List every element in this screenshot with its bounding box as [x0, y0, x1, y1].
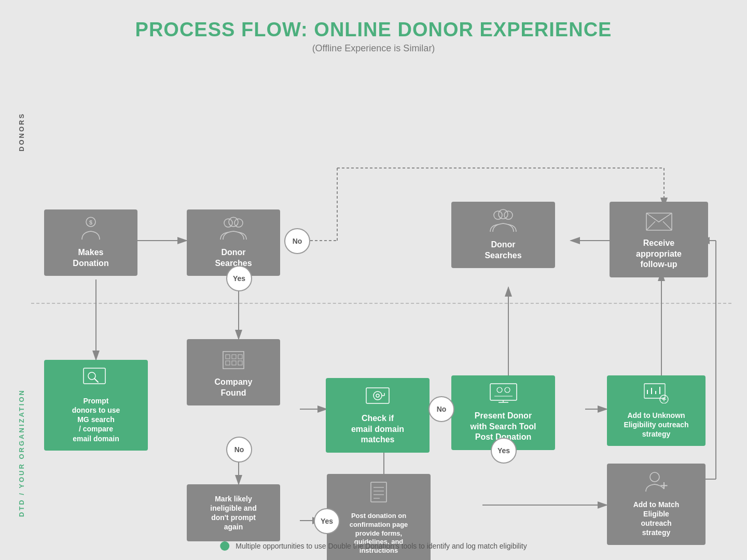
- svg-rect-32: [226, 361, 230, 365]
- chart-icon: [643, 383, 669, 407]
- svg-point-37: [376, 394, 379, 397]
- donors-label: DONORS: [18, 80, 25, 184]
- svg-point-27: [229, 217, 238, 227]
- svg-rect-30: [232, 355, 236, 359]
- title-static: PROCESS FLOW:: [135, 19, 314, 40]
- group-icon-1: [218, 217, 249, 243]
- svg-rect-29: [226, 355, 230, 359]
- email-icon: [365, 385, 391, 409]
- svg-rect-28: [223, 352, 244, 369]
- svg-line-58: [646, 221, 655, 230]
- page-title: PROCESS FLOW: ONLINE DONOR EXPERIENCE: [0, 19, 747, 41]
- svg-point-68: [650, 472, 659, 482]
- page-subtitle: (Offline Experience is Similar): [0, 43, 747, 54]
- svg-rect-60: [84, 368, 105, 384]
- building-icon: [220, 346, 246, 373]
- add-match-node: Add to Match Eligible outreach strategy: [607, 464, 706, 545]
- donor-searches-1-label: Donor Searches: [215, 247, 252, 269]
- legend-dot: [220, 541, 229, 551]
- mail-icon: [645, 209, 673, 234]
- connector-svg: [16, 64, 731, 531]
- receive-followup-label: Receive appropriate follow-up: [636, 238, 682, 270]
- makes-donation-node: $ Makes Donation: [44, 209, 137, 276]
- mark-ineligible-label: Mark likely ineligible and don't prompt …: [210, 494, 256, 532]
- yes-circle-3: Yes: [314, 508, 340, 534]
- screen-icon: [489, 383, 518, 407]
- svg-point-36: [374, 391, 382, 400]
- company-found-node: Company Found: [187, 339, 280, 405]
- dtd-label: DTD / YOUR ORGANIZATION: [18, 318, 25, 560]
- makes-donation-label: Makes Donation: [73, 247, 108, 269]
- svg-rect-40: [490, 384, 517, 400]
- svg-line-62: [94, 379, 98, 382]
- no-circle-1: No: [284, 228, 310, 254]
- mark-ineligible-node: Mark likely ineligible and don't prompt …: [187, 484, 280, 541]
- legend: Multiple opportunities to use Double the…: [220, 541, 527, 551]
- legend-text: Multiple opportunities to use Double the…: [236, 542, 527, 550]
- check-email-label: Check if email domain matches: [351, 413, 404, 445]
- donor-searches-2-node: Donor Searches: [451, 202, 555, 268]
- svg-rect-35: [366, 388, 389, 403]
- add-unknown-node: Add to Unknown Eligibility outreach stra…: [607, 375, 706, 446]
- svg-text:$: $: [89, 219, 92, 226]
- yes-circle-2: Yes: [491, 438, 517, 464]
- section-divider: [31, 303, 731, 304]
- title-highlight: ONLINE DONOR EXPERIENCE: [314, 19, 612, 40]
- prompt-donors-node: Prompt donors to use MG search / compare…: [44, 360, 148, 451]
- page-header: PROCESS FLOW: ONLINE DONOR EXPERIENCE (O…: [0, 0, 747, 59]
- check-email-node: Check if email domain matches: [326, 378, 430, 453]
- add-match-label: Add to Match Eligible outreach strategy: [633, 500, 680, 538]
- svg-point-56: [499, 209, 508, 219]
- document-icon: [368, 481, 389, 508]
- no-circle-2: No: [428, 396, 454, 422]
- person-plus-icon: [643, 471, 669, 496]
- svg-point-42: [505, 387, 510, 393]
- yes-circle-1: Yes: [226, 265, 252, 291]
- receive-followup-node: Receive appropriate follow-up: [610, 202, 708, 277]
- page-wrapper: PROCESS FLOW: ONLINE DONOR EXPERIENCE (O…: [0, 0, 747, 560]
- svg-rect-34: [238, 361, 242, 365]
- svg-rect-33: [232, 361, 236, 365]
- svg-point-41: [497, 387, 502, 393]
- donation-icon: $: [78, 217, 104, 243]
- group-icon-2: [488, 209, 519, 235]
- diagram-area: DONORS DTD / YOUR ORGANIZATION: [16, 64, 731, 531]
- svg-rect-63: [371, 482, 386, 502]
- company-found-label: Company Found: [215, 377, 253, 399]
- add-unknown-label: Add to Unknown Eligibility outreach stra…: [624, 411, 688, 439]
- svg-rect-31: [238, 355, 242, 359]
- no-circle-3: No: [226, 437, 252, 463]
- prompt-donors-label: Prompt donors to use MG search / compare…: [72, 396, 120, 443]
- svg-line-59: [663, 221, 672, 230]
- donor-searches-2-label: Donor Searches: [485, 240, 521, 261]
- search-screen-icon: [82, 367, 109, 392]
